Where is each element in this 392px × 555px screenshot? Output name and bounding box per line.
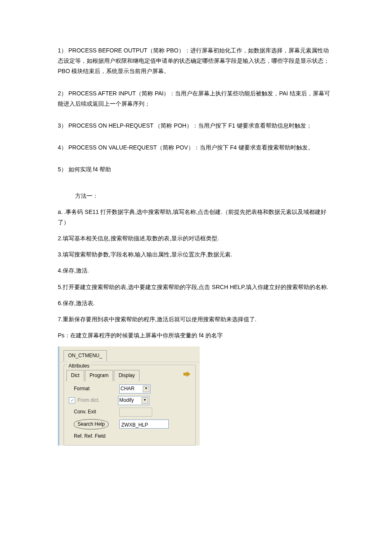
list-item-1: 1） PROCESS BEFORE OUTPUT（简称 PBO）：进行屏幕初始化…	[58, 45, 334, 77]
top-tab-area: ON_CTMENU_	[59, 346, 200, 362]
item-number: 5）	[58, 166, 67, 173]
attributes-panel-title: Attributes	[67, 362, 91, 371]
label-search-help: Search Help	[74, 419, 119, 430]
item-label: PROCESS AFTER INPUT（简称 PAI）：	[68, 90, 175, 97]
item-number: 1）	[58, 47, 67, 54]
row-search-help: Search Help ZWXB_HLP	[74, 419, 193, 430]
chevron-down-icon: ▼	[143, 386, 149, 392]
row-conv-exit: Conv. Exit	[74, 408, 193, 417]
tab-dict[interactable]: Dict	[66, 370, 84, 381]
attributes-panel: Attributes Dict Program Display Format C…	[64, 365, 196, 446]
dropdown-modify-value: Modify	[119, 396, 134, 405]
list-item-5: 5） 如何实现 f4 帮助	[58, 164, 334, 175]
chevron-down-icon: ▼	[142, 397, 148, 404]
sap-screenshot: ON_CTMENU_ Attributes Dict Program Displ…	[58, 346, 200, 445]
checkbox-from-dict[interactable]: ✓	[69, 397, 75, 403]
list-item-2: 2） PROCESS AFTER INPUT（简称 PAI）：当用户在屏幕上执行…	[58, 88, 334, 109]
list-item-3: 3） PROCESS ON HELP-REQUEST （简称 POH）：当用户按…	[58, 121, 334, 131]
item-number: 3）	[58, 122, 67, 129]
dropdown-format-value: CHAR	[120, 384, 135, 394]
input-conv-exit[interactable]	[119, 408, 152, 417]
input-search-help[interactable]: ZWXB_HLP	[119, 420, 169, 429]
tab-display[interactable]: Display	[114, 370, 139, 381]
step-3: 3.填写搜索帮助参数,字段名称,输入输出属性,显示位置次序,数据元素.	[58, 249, 334, 260]
svg-marker-0	[184, 372, 190, 377]
item-number: 4）	[58, 144, 67, 151]
label-ref-field: Ref. Ref. Field	[74, 433, 106, 439]
dropdown-format[interactable]: CHAR ▼	[119, 384, 151, 394]
item-text: 当用户按下 F4 键要求查看搜索帮助时触发。	[200, 144, 314, 151]
row-format: Format CHAR ▼	[74, 384, 193, 394]
label-conv-exit: Conv. Exit	[74, 408, 119, 417]
step-a: a. .事务码 SE11 打开数据字典,选中搜索帮助,填写名称,点击创建.（前提…	[58, 207, 334, 228]
step-6: 6.保存,激活表.	[58, 298, 334, 308]
row-ref-field: Ref. Ref. Field	[74, 432, 193, 443]
item-number: 2）	[58, 90, 67, 97]
item-label: PROCESS BEFORE OUTPUT（简称 PBO）：	[68, 47, 190, 54]
row-from-dict: ✓ From dict. Modify ▼	[69, 396, 193, 405]
top-tab[interactable]: ON_CTMENU_	[64, 350, 107, 361]
step-5: 5.打开要建立搜索帮助的表,选中要建立搜索帮助的字段,点击 SRCH HELP,…	[58, 282, 334, 292]
item-label: PROCESS ON HELP-REQUEST （简称 POH）：	[68, 122, 198, 129]
tab-program[interactable]: Program	[85, 370, 113, 381]
item-text: 如何实现 f4 帮助	[68, 166, 111, 173]
list-item-4: 4） PROCESS ON VALUE-REQUEST（简称 POV）：当用户按…	[58, 142, 334, 153]
step-4: 4.保存,激活.	[58, 266, 334, 276]
subtabs: Dict Program Display	[66, 370, 193, 381]
label-format: Format	[74, 384, 119, 394]
item-text: 当用户按下 F1 键要求查看帮助信息时触发；	[198, 122, 312, 129]
next-arrow-icon[interactable]	[183, 371, 191, 377]
step-ps: Ps：在建立屏幕程序的时候要填上屏幕中你所填变量的 f4 的名字	[58, 330, 334, 341]
dropdown-modify[interactable]: Modify ▼	[118, 396, 149, 405]
label-from-dict: From dict.	[78, 396, 118, 405]
step-2: 2.填写基本相关信息,搜索帮助描述,取数的表,显示的对话框类型.	[58, 233, 334, 244]
step-7: 7.重新保存要用到表中搜索帮助的程序,激活后就可以使用搜索帮助来选择值了.	[58, 314, 334, 325]
item-label: PROCESS ON VALUE-REQUEST（简称 POV）：	[68, 144, 200, 151]
method-title: 方法一：	[75, 191, 334, 201]
